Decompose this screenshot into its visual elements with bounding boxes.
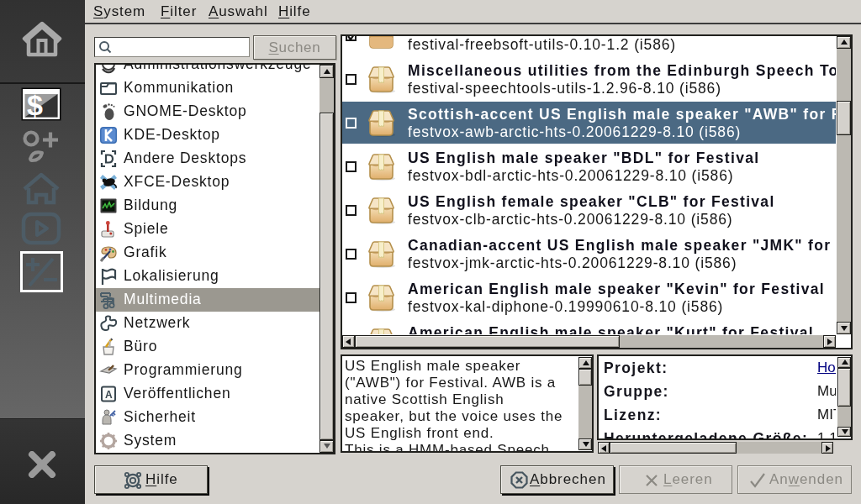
svg-text:$: $ bbox=[27, 89, 43, 121]
svg-text:A: A bbox=[105, 389, 113, 401]
